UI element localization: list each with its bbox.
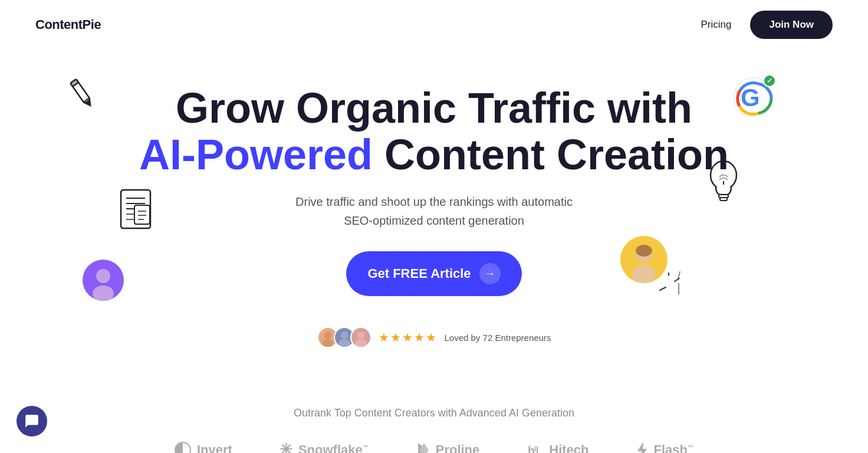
hitech-icon: h i — [527, 442, 543, 453]
partner-flash-label: Flash™ — [654, 442, 693, 453]
avatar-group — [317, 327, 371, 348]
partner-hitech-label: Hitech — [549, 442, 588, 453]
hero-subtitle: Drive traffic and shoot up the rankings … — [281, 192, 587, 230]
partner-proline: Proline — [416, 442, 480, 453]
svg-point-32 — [338, 339, 350, 348]
partner-snowflake: ✳ Snowflake™ — [280, 441, 369, 453]
partners-logos: Invert ✳ Snowflake™ Proline h i Hitech — [35, 441, 833, 453]
snowflake-icon: ✳ — [280, 441, 292, 453]
nav-right: Pricing Join Now — [701, 11, 833, 39]
partners-title: Outrank Top Content Creators with Advanc… — [35, 407, 833, 419]
avatar-3 — [350, 327, 371, 348]
hero-section: Grow Organic Traffic with AI-Powered Con… — [0, 50, 868, 407]
svg-point-33 — [357, 332, 364, 339]
partner-proline-label: Proline — [436, 442, 480, 453]
hero-title-content-creation: Content Creation — [384, 131, 729, 178]
cta-arrow-icon: → — [479, 263, 501, 284]
flash-icon — [636, 442, 648, 453]
chat-widget-button[interactable] — [17, 406, 47, 436]
svg-point-34 — [355, 339, 367, 348]
svg-point-30 — [322, 339, 334, 348]
join-now-button[interactable]: Join Now — [750, 11, 833, 39]
get-free-article-button[interactable]: Get FREE Article → — [346, 251, 521, 296]
svg-marker-40 — [637, 442, 647, 453]
invert-icon — [175, 442, 191, 453]
partner-invert-label: Invert — [197, 442, 232, 453]
partner-hitech: h i Hitech — [527, 442, 588, 453]
svg-point-29 — [324, 332, 331, 339]
chat-icon — [24, 413, 40, 429]
partner-flash: Flash™ — [636, 442, 693, 453]
social-proof: ★★★★★ Loved by 72 Entrepreneurs — [118, 327, 750, 348]
navbar: ContentPie Pricing Join Now — [0, 0, 868, 50]
pricing-link[interactable]: Pricing — [701, 19, 731, 31]
stars: ★★★★★ — [379, 330, 438, 344]
svg-point-31 — [340, 332, 347, 339]
hero-title-line1: Grow Organic Traffic with — [176, 84, 692, 132]
proline-icon — [416, 442, 430, 453]
partner-invert: Invert — [175, 442, 232, 453]
partner-snowflake-label: Snowflake™ — [298, 442, 369, 453]
social-proof-text: Loved by 72 Entrepreneurs — [445, 333, 551, 343]
hero-title: Grow Organic Traffic with AI-Powered Con… — [118, 85, 750, 178]
partners-section: Outrank Top Content Creators with Advanc… — [0, 407, 868, 453]
hero-title-accent: AI-Powered — [139, 131, 373, 178]
svg-text:i: i — [534, 445, 536, 453]
svg-marker-36 — [419, 443, 429, 453]
cta-label: Get FREE Article — [367, 266, 471, 281]
logo: ContentPie — [35, 17, 101, 32]
